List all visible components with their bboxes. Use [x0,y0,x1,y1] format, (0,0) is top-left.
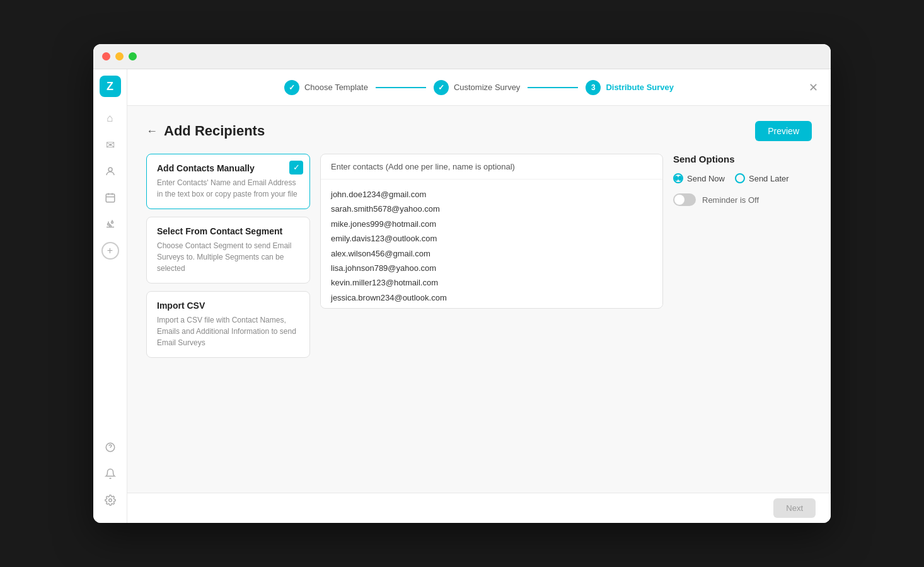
steps-container: ✓ Choose Template ✓ Customize Survey 3 D… [284,80,674,95]
radio-send-now-circle [673,173,683,183]
radio-send-later[interactable]: Send Later [735,173,789,183]
radio-send-later-circle [735,173,745,183]
sidebar-add-button[interactable]: + [101,242,119,260]
step-choose-template: ✓ Choose Template [284,80,368,95]
reminder-row: Reminder is Off [673,193,812,206]
step-customize-survey: ✓ Customize Survey [434,80,520,95]
radio-group: Send Now Send Later [673,173,812,183]
main-content: ✓ Choose Template ✓ Customize Survey 3 D… [127,69,831,523]
traffic-lights [102,52,137,60]
method-segment-desc: Choose Contact Segment to send Email Sur… [157,240,299,274]
sidebar-item-contacts[interactable] [99,160,122,183]
svg-point-2 [107,224,109,226]
method-card-manual[interactable]: Add Contacts Manually Enter Contacts' Na… [146,154,310,209]
bottom-bar: Next [127,493,831,523]
method-manual-desc: Enter Contacts' Name and Email Address i… [157,177,299,200]
sidebar-icons: ⌂ ✉ + [99,107,122,436]
svg-point-5 [108,499,112,502]
sidebar-item-home[interactable]: ⌂ [99,107,122,130]
sidebar-item-survey[interactable]: ✉ [99,134,122,156]
page-content: ← Add Recipients Preview Add Contacts Ma… [127,106,831,493]
step2-label: Customize Survey [454,83,520,92]
method-csv-title: Import CSV [157,301,299,311]
sidebar-item-help[interactable] [99,436,122,459]
method-card-csv[interactable]: Import CSV Import a CSV file with Contac… [146,291,310,358]
svg-rect-1 [106,194,115,202]
back-button[interactable]: ← [146,125,158,138]
page-title: Add Recipients [164,123,265,139]
svg-point-0 [108,168,112,171]
titlebar [93,44,831,69]
sidebar-item-calendar[interactable] [99,186,122,209]
step-distribute-survey: 3 Distribute Survey [586,80,674,95]
radio-send-now[interactable]: Send Now [673,173,725,183]
contacts-panel: Enter contacts (Add one per line, name i… [320,154,663,309]
step-line-2 [528,87,578,88]
sidebar-item-settings[interactable] [99,489,122,512]
step1-label: Choose Template [304,83,368,92]
sidebar-logo[interactable]: Z [100,76,121,97]
step2-circle: ✓ [434,80,449,95]
sidebar-bottom [99,436,122,512]
method-segment-title: Select From Contact Segment [157,226,299,236]
contacts-header: Enter contacts (Add one per line, name i… [321,154,662,180]
preview-button[interactable]: Preview [755,121,812,141]
steps-header: ✓ Choose Template ✓ Customize Survey 3 D… [127,69,831,106]
sidebar-item-analytics[interactable] [99,213,122,236]
page-title-row: ← Add Recipients [146,123,265,139]
close-button[interactable]: ✕ [809,81,818,94]
method-card-segment[interactable]: Select From Contact Segment Choose Conta… [146,217,310,284]
step3-label: Distribute Survey [606,83,674,92]
svg-point-3 [111,222,113,224]
send-options-panel: Send Options Send Now Send Later [673,154,812,206]
radio-send-now-label: Send Now [687,174,725,183]
next-button[interactable]: Next [773,498,816,518]
page-header: ← Add Recipients Preview [146,121,812,141]
step1-circle: ✓ [284,80,299,95]
maximize-traffic-light[interactable] [129,52,137,60]
app-body: Z ⌂ ✉ + [93,69,831,523]
recipients-layout: Add Contacts Manually Enter Contacts' Na… [146,154,812,358]
sidebar-item-notifications[interactable] [99,462,122,485]
reminder-toggle[interactable] [673,193,696,206]
step3-circle: 3 [586,80,601,95]
contacts-textarea[interactable] [321,180,662,306]
step-line-1 [376,87,426,88]
radio-send-later-label: Send Later [749,174,789,183]
app-window: Z ⌂ ✉ + [93,44,831,523]
methods-panel: Add Contacts Manually Enter Contacts' Na… [146,154,310,358]
send-options-title: Send Options [673,154,812,164]
method-csv-desc: Import a CSV file with Contact Names, Em… [157,314,299,348]
minimize-traffic-light[interactable] [115,52,124,60]
close-traffic-light[interactable] [102,52,110,60]
sidebar: Z ⌂ ✉ + [93,69,127,523]
method-manual-title: Add Contacts Manually [157,163,299,173]
reminder-label: Reminder is Off [702,195,759,205]
